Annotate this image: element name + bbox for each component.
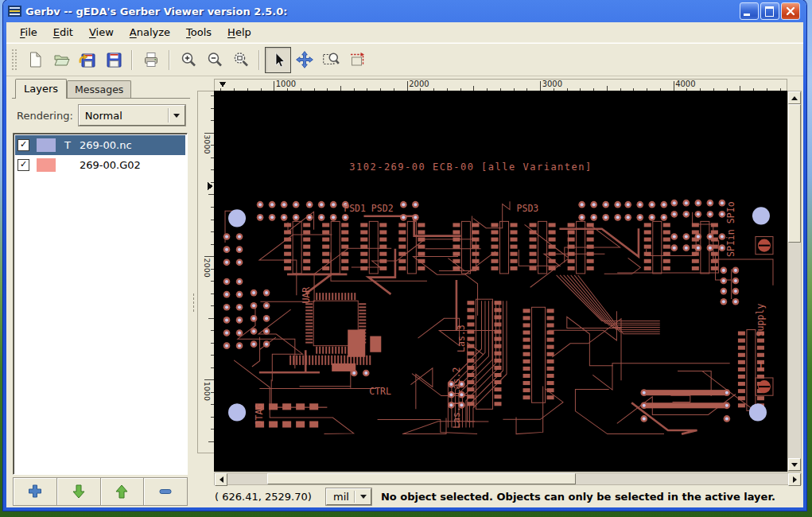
triangle-right-icon [793,476,797,483]
open-folder-icon [52,51,70,68]
pointer-tool-button[interactable] [265,47,291,73]
svg-text:SPIin: SPIin [725,229,736,257]
remove-layer-button[interactable] [144,478,187,505]
splitter-grip-icon [192,293,195,313]
svg-text:1: 1 [757,360,763,372]
svg-text:JTAG: JTAG [254,403,265,426]
arrow-down-icon [70,484,87,500]
app-icon [8,5,21,17]
measure-tool-button[interactable] [344,47,370,73]
close-button[interactable] [781,2,800,20]
plus-icon [26,484,44,500]
arrow-up-icon [113,484,130,500]
vertical-scroll-thumb[interactable] [788,104,801,243]
tab-messages[interactable]: Messages [67,80,131,98]
close-icon [782,3,799,19]
maximize-icon [765,6,774,17]
triangle-left-icon [220,476,223,483]
zoom-region-tool-button[interactable] [317,47,344,73]
gerbv-window: Gerbv -- gEDA's Gerber Viewer version 2.… [3,0,806,511]
toolbar-handle[interactable] [11,49,17,71]
toolbar-separator [131,50,133,70]
menu-edit[interactable]: Edit [46,24,80,41]
new-file-button[interactable] [21,47,48,73]
svg-text:SPIo: SPIo [725,201,736,224]
chevron-down-icon [173,114,180,118]
layer-row-269-00-nc[interactable]: ✓ T 269-00.nc [15,135,185,155]
zoom-fit-button[interactable] [227,47,254,73]
minus-icon [157,484,174,500]
layer-name: 269-00.nc [80,139,132,151]
svg-text:UAR: UAR [301,287,312,304]
zoom-in-button[interactable] [175,47,201,73]
svg-text:1000: 1000 [276,80,296,88]
rendering-combobox[interactable]: Normal [79,105,185,126]
viewer-area: 1000200030004000 300020001000 3102-269-0… [197,76,803,507]
scrollbar-corner [197,472,214,485]
vertical-scrollbar[interactable] [787,91,802,472]
scroll-right-button[interactable] [788,473,801,486]
printer-icon [142,51,160,68]
tab-layers[interactable]: Layers [15,79,67,99]
zoom-out-icon [206,51,223,68]
ruler-corner-right [787,79,802,91]
toolbar-separator [169,50,170,70]
move-layer-up-button[interactable] [101,478,145,505]
print-button[interactable] [138,47,164,73]
layer-color-swatch[interactable] [37,158,56,172]
svg-text:1000: 1000 [203,382,212,401]
menu-analyze[interactable]: Analyze [122,24,177,41]
panel-tabs: Layers Messages [12,78,190,99]
scroll-up-button[interactable] [788,91,801,104]
scroll-left-button[interactable] [215,473,227,486]
layer-color-swatch[interactable] [37,138,56,152]
maximize-button[interactable] [760,2,779,20]
layer-visibility-checkbox[interactable]: ✓ [17,139,29,151]
title-bar[interactable]: Gerbv -- gEDA's Gerber Viewer version 2.… [6,0,803,22]
svg-text:Supply: Supply [755,303,766,336]
horizontal-scrollbar[interactable] [214,472,802,485]
panel-splitter[interactable] [190,76,197,507]
vertical-scroll-track[interactable] [788,104,801,458]
units-value: mil [333,491,349,503]
menu-help[interactable]: Help [220,24,258,41]
menu-view[interactable]: View [82,24,121,41]
combo-divider [168,108,169,122]
left-panel: Layers Messages Rendering: Normal ✓ [6,76,190,507]
svg-text:2000: 2000 [409,80,429,88]
zoom-fit-icon [232,51,250,68]
zoom-region-icon [321,50,340,69]
move-layer-down-button[interactable] [57,478,101,505]
triangle-down-icon [791,463,798,467]
zoom-out-button[interactable] [201,47,227,73]
horizontal-scroll-thumb[interactable] [267,473,576,484]
units-combobox[interactable]: mil [326,488,371,505]
pan-icon [295,50,314,69]
pan-tool-button[interactable] [291,47,317,73]
scroll-down-button[interactable] [788,458,801,471]
layer-buttons [13,477,188,506]
svg-text:3000: 3000 [542,80,562,88]
add-layer-button[interactable] [14,478,57,505]
layer-visibility-checkbox[interactable]: ✓ [17,159,29,171]
status-bar: ( 626.41, 2529.70) mil No object selecte… [197,485,802,507]
toolbar [6,43,803,76]
minimize-button[interactable] [740,2,759,20]
menu-file[interactable]: File [13,24,45,41]
svg-text:Las.2: Las.2 [451,367,462,395]
reload-layer-button[interactable] [74,47,100,73]
svg-text:Las.3: Las.3 [456,325,467,352]
layer-list: ✓ T 269-00.nc ✓ 269-00.G02 [13,133,188,475]
open-file-button[interactable] [48,47,74,73]
layer-type-badge: T [63,139,72,151]
render-canvas[interactable]: 3102-269-00 ECB-00 [alle Varianten]PSD1 … [214,91,787,472]
save-button[interactable] [100,47,126,73]
chevron-down-icon [360,495,367,499]
layer-row-269-00-g02[interactable]: ✓ 269-00.G02 [15,155,185,175]
pcb-drawing: 3102-269-00 ECB-00 [alle Varianten]PSD1 … [214,91,787,472]
horizontal-scroll-track[interactable] [227,473,788,484]
desktop: Gerbv -- gEDA's Gerber Viewer version 2.… [0,0,812,517]
menu-tools[interactable]: Tools [179,24,219,41]
svg-text:4000: 4000 [675,80,695,88]
zoom-in-icon [180,51,197,68]
